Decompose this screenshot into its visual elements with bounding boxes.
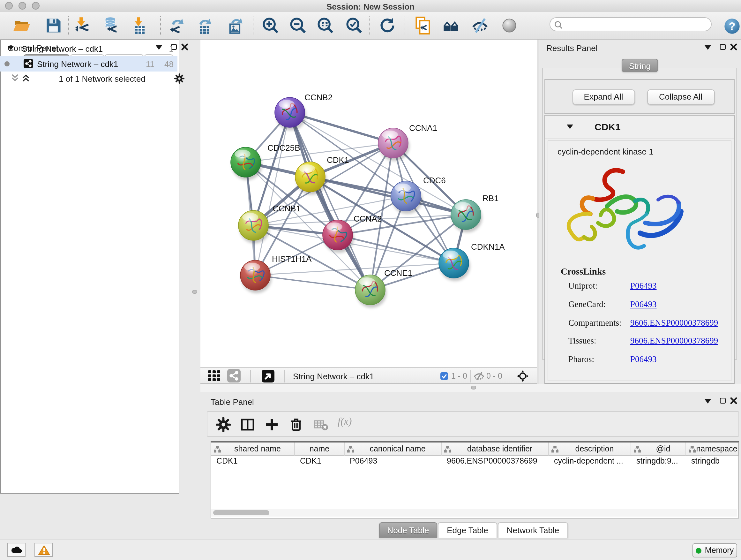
node-label-rb1: RB1	[482, 193, 499, 203]
control-panel-splitter[interactable]	[189, 40, 200, 540]
splitter-handle[interactable]	[471, 386, 476, 389]
table-settings-gear-icon[interactable]	[216, 417, 231, 432]
column-header-database-identifier[interactable]: database identifier	[442, 442, 549, 456]
panel-float-icon[interactable]	[720, 44, 726, 50]
toolbar-separator	[68, 16, 69, 35]
panel-menu-icon[interactable]	[704, 399, 711, 403]
node-table-header[interactable]: shared namenamecanonical namedatabase id…	[211, 442, 738, 456]
crosslink-genecard-link[interactable]: P06493	[630, 300, 657, 310]
column-header-shared-name[interactable]: shared name	[211, 442, 295, 456]
tab-network-table[interactable]: Network Table	[498, 522, 568, 538]
splitter-handle[interactable]	[192, 290, 197, 294]
zoom-out-icon[interactable]	[289, 17, 307, 35]
open-session-icon[interactable]	[13, 17, 31, 35]
memory-label: Memory	[705, 546, 734, 555]
refresh-view-icon[interactable]	[379, 17, 396, 35]
main-toolbar: ?	[0, 12, 741, 40]
network-selection-status: 1 of 1 Network selected	[38, 74, 166, 84]
grid-view-icon[interactable]	[208, 370, 221, 381]
network-options-gear-icon[interactable]	[174, 73, 185, 84]
memory-button[interactable]: Memory	[692, 543, 737, 557]
crosslink-tissues-link[interactable]: 9606.ENSP00000378699	[630, 336, 718, 346]
hide-selection-icon[interactable]	[471, 17, 489, 35]
add-column-icon[interactable]	[264, 417, 280, 432]
export-image-icon[interactable]	[226, 17, 245, 35]
tab-string[interactable]: String	[622, 59, 658, 72]
crosslink-pharos-link[interactable]: P06493	[630, 354, 657, 365]
table-cell[interactable]: cyclin-dependent ...	[549, 456, 631, 467]
crosslink-uniprot-link[interactable]: P06493	[630, 281, 657, 291]
zoom-fit-icon[interactable]	[317, 17, 334, 35]
table-cell[interactable]: 9606.ENSP00000378699	[442, 456, 549, 467]
help-icon[interactable]: ?	[723, 17, 741, 35]
save-session-icon[interactable]	[45, 17, 63, 35]
network-edge-count: 48	[158, 59, 174, 69]
collapse-all-icon[interactable]	[11, 73, 19, 82]
import-network-database-icon[interactable]	[102, 17, 120, 35]
cytoscape-window: Session: New Session	[0, 0, 741, 560]
search-input[interactable]	[549, 17, 712, 31]
function-builder-button[interactable]: f(x)	[338, 416, 352, 427]
tab-edge-table[interactable]: Edge Table	[438, 522, 497, 538]
gene-section-header[interactable]: CDK1	[545, 116, 734, 139]
table-cell[interactable]: stringdb	[686, 456, 738, 467]
panel-menu-icon[interactable]	[704, 45, 711, 50]
column-header--id[interactable]: @id	[631, 442, 686, 456]
cloud-icon	[10, 546, 22, 554]
collapse-all-button[interactable]: Collapse All	[647, 89, 715, 105]
node-table[interactable]: shared namenamecanonical namedatabase id…	[211, 441, 739, 518]
delete-column-icon[interactable]	[288, 417, 304, 432]
panel-float-icon[interactable]	[720, 398, 726, 403]
table-panel: Table Panel f(x) shared namenamecanonica…	[200, 392, 741, 540]
results-scroll-pane: Expand All Collapse All CDK1 cyclin-depe…	[542, 68, 737, 360]
table-panel-splitter[interactable]	[200, 384, 741, 392]
network-collection-row[interactable]: String Network – cdk1 1	[0, 41, 178, 56]
column-header-canonical-name[interactable]: canonical name	[345, 442, 442, 456]
table-cell[interactable]: P06493	[345, 456, 442, 467]
expand-all-icon[interactable]	[22, 73, 30, 82]
table-cell[interactable]: CDK1	[211, 456, 295, 467]
collection-expand-icon[interactable]	[8, 46, 14, 51]
network-canvas[interactable]: CCNB2CCNA1CDC25BCDK1CDC6RB1CCNB1CCNA2CDK…	[200, 40, 537, 367]
crosslink-compartments-link[interactable]: 9606.ENSP00000378699	[630, 318, 718, 328]
crosslink-label: Uniprot:	[568, 281, 598, 291]
cloud-button[interactable]	[7, 543, 25, 557]
hscrollbar-thumb[interactable]	[213, 510, 269, 515]
export-network-icon[interactable]	[169, 17, 186, 35]
import-table-file-icon[interactable]	[131, 17, 149, 35]
network-badge-icon[interactable]	[227, 369, 241, 382]
zoom-in-icon[interactable]	[262, 17, 280, 35]
zoom-selected-icon[interactable]	[345, 17, 363, 35]
toolbar-separator	[369, 16, 369, 35]
warnings-button[interactable]	[35, 543, 53, 557]
expand-all-button[interactable]: Expand All	[572, 89, 635, 105]
network-graph[interactable]: CCNB2CCNA1CDC25BCDK1CDC6RB1CCNB1CCNA2CDK…	[200, 40, 537, 367]
export-table-icon[interactable]	[196, 17, 214, 35]
network-label: String Network – cdk1	[37, 59, 118, 69]
table-row[interactable]: CDK1CDK1P064939606.ENSP00000378699cyclin…	[211, 456, 738, 467]
table-hscrollbar[interactable]	[211, 509, 737, 516]
panel-close-icon[interactable]	[181, 44, 188, 51]
table-cell[interactable]: CDK1	[295, 456, 345, 467]
table-cell[interactable]: stringdb:9...	[631, 456, 686, 467]
column-header-description[interactable]: description	[549, 442, 631, 456]
tab-node-table[interactable]: Node Table	[379, 522, 437, 538]
import-network-file-icon[interactable]	[75, 17, 92, 35]
show-all-icon[interactable]	[500, 17, 518, 35]
show-columns-icon[interactable]	[240, 417, 255, 432]
column-header-name[interactable]: name	[295, 442, 345, 456]
first-neighbors-icon[interactable]	[442, 17, 460, 35]
pan-crosshair-icon[interactable]	[517, 370, 529, 382]
gene-expand-icon[interactable]	[566, 125, 573, 129]
column-tree-icon	[551, 445, 558, 452]
duplicate-network-icon[interactable]	[414, 17, 432, 35]
network-row-selected[interactable]: String Network – cdk1 11 48	[0, 56, 178, 71]
results-panel-splitter[interactable]	[537, 40, 539, 384]
column-header-namespace[interactable]: namespace	[686, 442, 738, 456]
selected-checkbox-icon[interactable]	[441, 372, 448, 380]
birds-eye-view-icon[interactable]	[262, 370, 274, 382]
network-edge[interactable]	[255, 275, 370, 290]
toolbar-separator	[253, 16, 253, 35]
panel-close-icon[interactable]	[730, 44, 737, 51]
panel-close-icon[interactable]	[730, 397, 737, 404]
